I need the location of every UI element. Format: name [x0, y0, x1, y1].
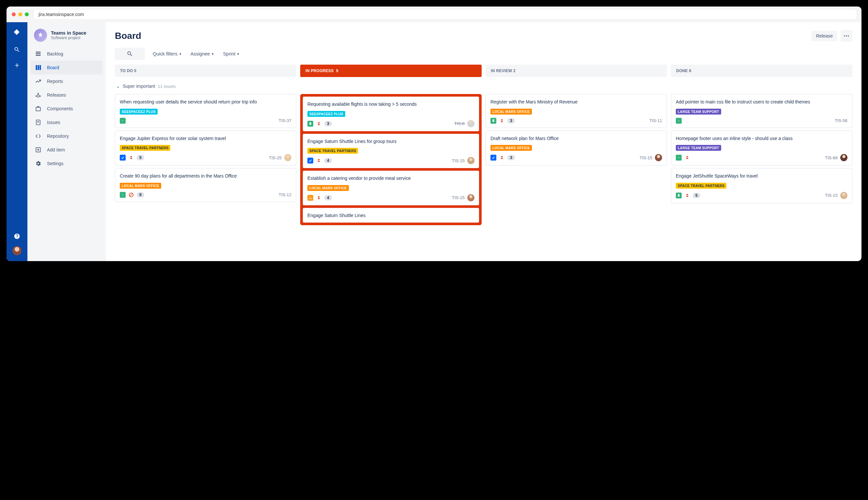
priority-highest-icon	[499, 118, 505, 124]
issue-key: TIS-15	[640, 155, 652, 160]
sidebar-item-board[interactable]: Board	[31, 61, 102, 75]
sidebar-item-add[interactable]: Add item	[31, 143, 102, 157]
issue-card[interactable]: Register with the Mars Ministry of Reven…	[486, 94, 667, 128]
quick-filters-dropdown[interactable]: Quick filters▾	[151, 49, 183, 59]
column-header-done: DONE 8	[671, 65, 852, 77]
card-title: Add pointer to main css file to instruct…	[676, 99, 847, 105]
issue-card[interactable]: Establish a catering vendor to provide m…	[303, 171, 479, 205]
svg-rect-5	[39, 65, 41, 70]
sidebar-item-issues[interactable]: Issues	[31, 115, 102, 129]
column-done: Add pointer to main css file to instruct…	[671, 94, 852, 225]
assignee-dropdown[interactable]: Assignee▾	[189, 49, 215, 59]
maximize-window-icon[interactable]	[25, 12, 29, 16]
story-points-badge: 5	[693, 193, 700, 198]
card-meta: TIS-37	[120, 118, 292, 124]
issue-card[interactable]: Engage Jupiter Express for outer solar s…	[115, 130, 296, 166]
assignee-avatar[interactable]	[467, 157, 475, 164]
chevron-down-icon: ▾	[237, 52, 239, 56]
story-points-badge: 4	[324, 195, 332, 201]
issue-card[interactable]: Homepage footer uses an inline style - s…	[671, 130, 852, 166]
create-icon[interactable]	[14, 62, 20, 70]
card-title: When requesting user details the service…	[120, 99, 292, 105]
assignee-avatar[interactable]	[467, 120, 475, 127]
assignee-avatar[interactable]	[840, 154, 847, 161]
project-avatar-icon	[34, 29, 47, 42]
jira-logo-icon[interactable]	[12, 28, 22, 38]
issue-card[interactable]: Engage JetShuttle SpaceWays for travelSP…	[671, 168, 852, 203]
story-points-badge: 5	[137, 155, 144, 160]
issue-card[interactable]: Engage Saturn Shuttle Lines	[303, 208, 479, 223]
sidebar: Teams in Space Software project Backlog …	[27, 22, 106, 261]
story-type-icon	[490, 118, 496, 124]
sidebar-item-backlog[interactable]: Backlog	[31, 47, 102, 61]
story-type-icon	[120, 192, 126, 198]
card-label: SPACE TRAVEL PARTNERS	[307, 148, 358, 154]
card-meta: 3TIS-15	[490, 154, 662, 161]
svg-point-13	[844, 35, 845, 36]
issue-key: TIS-25	[269, 155, 282, 160]
priority-highest-icon	[316, 158, 322, 163]
column-header-inreview: IN REVIEW 2	[486, 65, 667, 77]
more-button[interactable]	[841, 30, 852, 42]
card-meta: 3TIS-11	[490, 118, 662, 124]
task-type-icon	[307, 158, 313, 163]
sidebar-item-repository[interactable]: Repository	[31, 129, 102, 143]
svg-line-17	[130, 194, 133, 196]
board-icon	[35, 64, 42, 71]
chevron-down-icon: ▾	[212, 52, 214, 56]
sprint-dropdown[interactable]: Sprint▾	[221, 49, 240, 59]
assignee-avatar[interactable]	[284, 154, 292, 161]
card-title: Engage JetShuttle SpaceWays for travel	[676, 173, 847, 180]
profile-avatar[interactable]	[12, 246, 22, 255]
svg-rect-4	[37, 65, 39, 70]
column-header-todo: TO DO 5	[115, 65, 296, 77]
sidebar-item-releases[interactable]: Releases	[31, 88, 102, 102]
issue-card[interactable]: Requesting available flights is now taki…	[303, 96, 479, 131]
minimize-window-icon[interactable]	[18, 12, 22, 16]
swimlane-toggle[interactable]: ⌄Super important11 issues	[115, 81, 852, 90]
reports-icon	[35, 78, 42, 85]
board: TO DO 5 IN PROGRESS 5 IN REVIEW 2 DONE 8…	[115, 65, 852, 225]
main: Board Release Quick filters▾ Assignee▾ S…	[106, 22, 861, 261]
sidebar-item-components[interactable]: Components	[31, 102, 102, 115]
assignee-avatar[interactable]	[840, 192, 847, 199]
card-label: LOCAL MARS OFFICE	[490, 145, 532, 151]
svg-rect-6	[36, 107, 40, 111]
card-label: LOCAL MARS OFFICE	[490, 109, 532, 115]
svg-rect-3	[36, 65, 37, 70]
traffic-lights	[12, 12, 29, 16]
story-points-badge: 3	[324, 121, 332, 126]
issue-card[interactable]: Create 90 day plans for all departments …	[115, 168, 296, 202]
assignee-avatar[interactable]	[655, 154, 662, 161]
search-icon	[127, 50, 133, 57]
story-type-icon	[307, 121, 313, 127]
project-header[interactable]: Teams in Space Software project	[31, 29, 102, 47]
url-bar[interactable]: jira.teamsinspace.com	[34, 10, 856, 19]
card-title: Engage Saturn Shuttle Lines	[307, 213, 475, 219]
column-inprogress: Requesting available flights is now taki…	[300, 94, 482, 225]
help-icon[interactable]	[14, 233, 20, 241]
card-title: Homepage footer uses an inline style - s…	[676, 135, 847, 142]
subtask-type-icon	[307, 195, 313, 201]
sidebar-item-settings[interactable]: Settings	[31, 157, 102, 170]
issue-key: TIS-15	[452, 195, 465, 200]
priority-highest-icon	[684, 193, 690, 198]
issue-card[interactable]: When requesting user details the service…	[115, 94, 296, 128]
filter-bar: Quick filters▾ Assignee▾ Sprint▾	[115, 48, 852, 60]
close-window-icon[interactable]	[12, 12, 16, 16]
issue-key: TIS-68	[825, 155, 838, 160]
sidebar-item-reports[interactable]: Reports	[31, 75, 102, 88]
settings-icon	[35, 160, 42, 167]
card-meta: TIS-56	[676, 118, 847, 124]
card-title: Engage Saturn Shuttle Lines for group to…	[307, 138, 475, 145]
card-meta: 9TIS-12	[120, 192, 292, 198]
issue-card[interactable]: Draft network plan for Mars OfficeLOCAL …	[486, 130, 667, 166]
search-icon[interactable]	[14, 46, 20, 54]
issue-card[interactable]: Add pointer to main css file to instruct…	[671, 94, 852, 128]
card-title: Register with the Mars Ministry of Reven…	[490, 99, 662, 105]
issue-card[interactable]: Engage Saturn Shuttle Lines for group to…	[303, 134, 479, 168]
release-button[interactable]: Release	[812, 31, 837, 41]
search-input[interactable]	[115, 48, 145, 60]
svg-point-15	[848, 35, 849, 36]
assignee-avatar[interactable]	[467, 194, 475, 201]
